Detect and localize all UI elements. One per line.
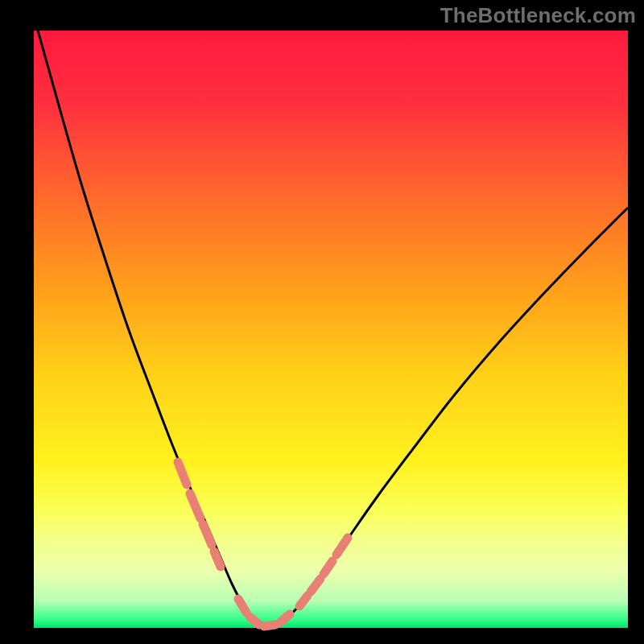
highlight-dash bbox=[264, 625, 275, 626]
highlight-dash bbox=[250, 617, 259, 625]
highlight-dash bbox=[214, 551, 221, 567]
plot-background bbox=[34, 31, 628, 628]
highlight-dash bbox=[280, 614, 290, 622]
chart-frame: TheBottleneck.com bbox=[0, 0, 644, 644]
bottleneck-chart bbox=[0, 0, 644, 644]
